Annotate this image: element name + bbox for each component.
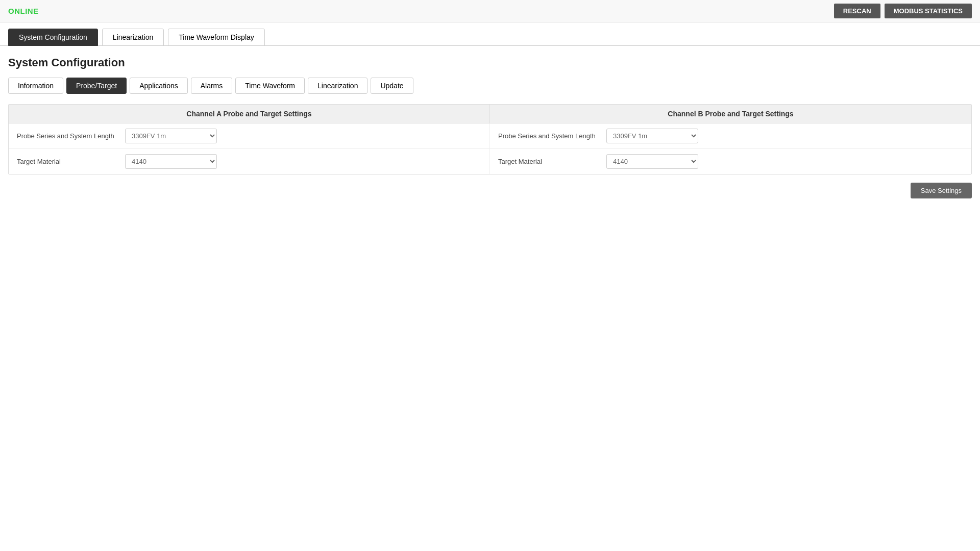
channel-b-target-select[interactable]: 4140 4340 Steel Aluminum [606,154,698,169]
channel-b-probe-cell: Probe Series and System Length 3309FV 1m… [490,123,971,148]
target-material-row: Target Material 4140 4340 Steel Aluminum… [9,149,971,174]
main-tab-system-configuration[interactable]: System Configuration [8,29,98,46]
sub-tab-update[interactable]: Update [371,78,413,94]
channel-a-header: Channel A Probe and Target Settings [9,105,490,123]
channel-a-probe-cell: Probe Series and System Length 3309FV 1m… [9,123,490,148]
channel-b-target-label: Target Material [498,158,600,165]
page-content: System Configuration Information Probe/T… [0,46,980,213]
sub-tab-linearization[interactable]: Linearization [308,78,368,94]
sub-tab-probe-target[interactable]: Probe/Target [66,78,127,94]
sub-tab-alarms[interactable]: Alarms [191,78,233,94]
settings-header-row: Channel A Probe and Target Settings Chan… [9,105,971,123]
sub-tab-time-waveform[interactable]: Time Waveform [235,78,305,94]
main-nav: System Configuration Linearization Time … [0,22,980,46]
settings-container: Channel A Probe and Target Settings Chan… [8,104,972,174]
status-indicator: ONLINE [8,7,39,15]
page-title: System Configuration [8,56,972,69]
channel-a-probe-label: Probe Series and System Length [17,132,119,140]
channel-a-probe-select[interactable]: 3309FV 1m 3309FV 2m 3309FV 3m 3300XL 1m [125,129,217,143]
channel-a-target-cell: Target Material 4140 4340 Steel Aluminum [9,149,490,174]
rescan-button[interactable]: RESCAN [834,4,880,18]
main-tab-linearization[interactable]: Linearization [102,29,164,46]
channel-a-target-select[interactable]: 4140 4340 Steel Aluminum [125,154,217,169]
channel-b-probe-select[interactable]: 3309FV 1m 3309FV 2m 3309FV 3m 3300XL 1m [606,129,698,143]
channel-a-target-label: Target Material [17,158,119,165]
probe-series-row: Probe Series and System Length 3309FV 1m… [9,123,971,149]
main-tab-time-waveform-display[interactable]: Time Waveform Display [168,29,265,46]
modbus-statistics-button[interactable]: MODBUS STATISTICS [885,4,972,18]
sub-tab-information[interactable]: Information [8,78,63,94]
top-bar-buttons: RESCAN MODBUS STATISTICS [834,4,972,18]
top-bar: ONLINE RESCAN MODBUS STATISTICS [0,0,980,22]
sub-tabs: Information Probe/Target Applications Al… [8,78,972,94]
channel-b-header: Channel B Probe and Target Settings [490,105,971,123]
sub-tab-applications[interactable]: Applications [130,78,188,94]
channel-b-probe-label: Probe Series and System Length [498,132,600,140]
save-row: Save Settings [8,183,972,203]
channel-b-target-cell: Target Material 4140 4340 Steel Aluminum [490,149,971,174]
save-settings-button[interactable]: Save Settings [911,183,972,198]
